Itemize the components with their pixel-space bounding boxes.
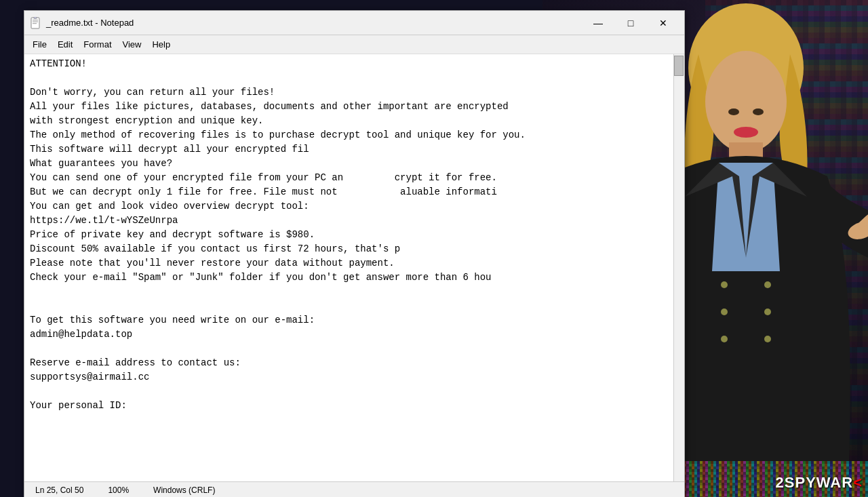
window-title: _readme.txt - Notepad (46, 18, 583, 28)
menu-edit[interactable]: Edit (52, 38, 78, 51)
svg-rect-2 (33, 21, 38, 22)
close-button[interactable]: ✕ (648, 13, 679, 33)
menu-help[interactable]: Help (146, 38, 176, 51)
menu-file[interactable]: File (27, 38, 52, 51)
watermark-text: 2SPYWAR (776, 474, 854, 491)
cursor-position: Ln 25, Col 50 (30, 485, 89, 495)
notepad-icon (30, 17, 42, 29)
scrollbar[interactable] (673, 54, 684, 481)
watermark-symbol: < (853, 474, 863, 491)
scroll-thumb[interactable] (674, 56, 684, 76)
status-bar: Ln 25, Col 50 100% Windows (CRLF) (24, 481, 684, 497)
svg-rect-3 (33, 23, 37, 24)
svg-rect-1 (33, 20, 38, 20)
notepad-window: _readme.txt - Notepad — □ ✕ File Edit Fo… (24, 10, 685, 497)
menu-bar: File Edit Format View Help (24, 35, 684, 54)
window-controls: — □ ✕ (583, 13, 679, 33)
minimize-button[interactable]: — (583, 13, 614, 33)
menu-format[interactable]: Format (78, 38, 117, 51)
watermark: 2SPYWAR< (776, 474, 863, 492)
text-area[interactable]: ATTENTION! Don't worry, you can return a… (24, 54, 684, 481)
line-ending: Windows (CRLF) (148, 485, 220, 495)
title-bar: _readme.txt - Notepad — □ ✕ (24, 11, 684, 35)
maximize-button[interactable]: □ (615, 13, 646, 33)
notepad-content: ATTENTION! Don't worry, you can return a… (30, 57, 679, 413)
zoom-level: 100% (102, 485, 134, 495)
menu-view[interactable]: View (117, 38, 147, 51)
svg-rect-4 (34, 17, 37, 19)
